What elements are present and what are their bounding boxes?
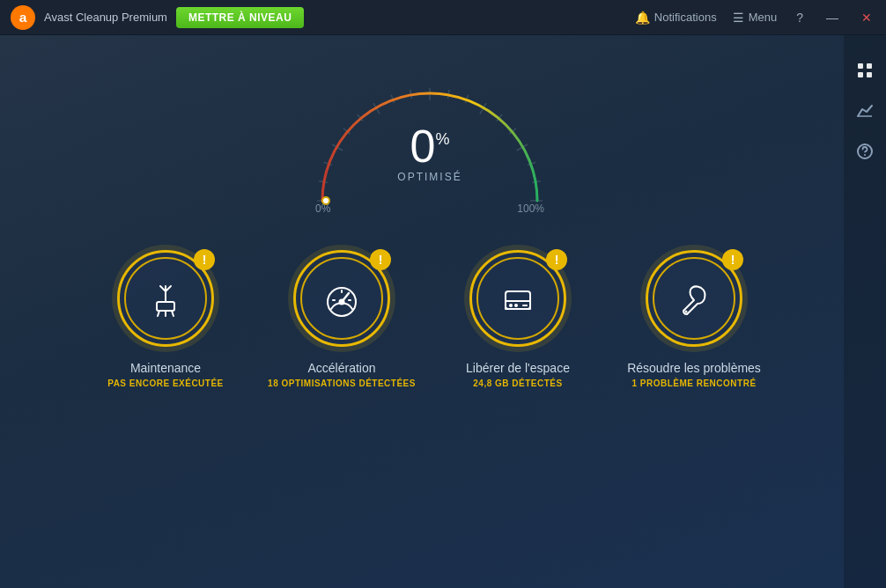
main-content: 0 % OPTIMISÉ 0% 100% xyxy=(0,35,886,588)
harddrive-icon xyxy=(498,279,537,318)
svg-point-49 xyxy=(864,154,866,156)
help-circle-icon xyxy=(856,143,874,160)
svg-rect-25 xyxy=(157,302,174,311)
content-area: 0 % OPTIMISÉ 0% 100% xyxy=(0,35,886,588)
card-liberer[interactable]: ! Libérer de l'espace 24,8 GB DÉTECTÉS xyxy=(443,250,593,388)
grid-icon xyxy=(856,62,874,79)
titlebar-left: a Avast Cleanup Premium METTRE À NIVEAU xyxy=(11,5,304,30)
notifications-button[interactable]: 🔔 Notifications xyxy=(635,11,717,25)
notifications-label: Notifications xyxy=(654,11,717,24)
gauge-center: 0 % OPTIMISÉ xyxy=(397,123,461,183)
minimize-button[interactable]: — xyxy=(823,11,842,25)
card-badge-liberer: ! xyxy=(546,249,567,270)
svg-point-42 xyxy=(685,311,688,313)
card-subtitle-maintenance: PAS ENCORE EXÉCUTÉE xyxy=(107,379,224,388)
titlebar: a Avast Cleanup Premium METTRE À NIVEAU … xyxy=(0,0,886,35)
sidebar-chart-button[interactable] xyxy=(847,93,882,129)
bell-icon: 🔔 xyxy=(635,11,650,25)
card-title-resoudre: Résoudre les problèmes xyxy=(627,361,761,375)
broom-icon xyxy=(146,279,185,318)
gauge-wrap: 0 % OPTIMISÉ xyxy=(306,70,553,211)
svg-point-33 xyxy=(340,300,344,305)
card-circle-resoudre: ! xyxy=(646,250,742,347)
gauge-value: 0 xyxy=(410,123,436,169)
card-circle-inner-liberer xyxy=(476,257,559,340)
avast-logo-icon: a xyxy=(11,5,35,30)
gauge-container: 0 % OPTIMISÉ 0% 100% xyxy=(306,70,553,215)
svg-rect-43 xyxy=(858,63,863,69)
svg-point-40 xyxy=(514,304,518,307)
card-badge-acceleration: ! xyxy=(370,249,391,270)
card-title-maintenance: Maintenance xyxy=(130,361,201,375)
menu-button[interactable]: ☰ Menu xyxy=(733,11,778,25)
card-subtitle-resoudre: 1 PROBLÈME RENCONTRÉ xyxy=(631,379,756,388)
gauge-label: OPTIMISÉ xyxy=(397,171,461,183)
sidebar-grid-button[interactable] xyxy=(847,53,882,88)
titlebar-right: 🔔 Notifications ☰ Menu ? — ✕ xyxy=(635,11,875,25)
wrench-icon xyxy=(675,279,713,318)
svg-point-39 xyxy=(509,304,513,307)
card-circle-inner-resoudre xyxy=(653,257,735,340)
app-title: Avast Cleanup Premium xyxy=(44,11,167,24)
menu-icon: ☰ xyxy=(733,11,744,25)
svg-text:a: a xyxy=(19,9,27,24)
svg-rect-44 xyxy=(867,63,872,69)
svg-rect-46 xyxy=(867,72,872,77)
card-circle-acceleration: ! xyxy=(293,250,390,347)
card-title-acceleration: Accélération xyxy=(307,361,375,375)
card-subtitle-acceleration: 18 OPTIMISATIONS DÉTECTÉES xyxy=(268,379,416,388)
card-maintenance[interactable]: ! Maintenance PAS ENCORE EXÉCUTÉE xyxy=(91,250,240,388)
sidebar xyxy=(844,35,886,588)
card-circle-maintenance: ! xyxy=(117,250,214,347)
card-subtitle-liberer: 24,8 GB DÉTECTÉS xyxy=(473,379,562,388)
chart-icon xyxy=(856,102,874,120)
card-resoudre[interactable]: ! Résoudre les problèmes 1 PROBLÈME RENC… xyxy=(619,250,769,388)
card-circle-liberer: ! xyxy=(469,250,566,347)
card-title-liberer: Libérer de l'espace xyxy=(466,361,570,375)
upgrade-button[interactable]: METTRE À NIVEAU xyxy=(176,7,305,28)
svg-rect-45 xyxy=(858,72,863,77)
card-acceleration[interactable]: ! Accélération 18 OPTIMISATIONS DÉTECTÉE… xyxy=(267,250,417,388)
card-circle-inner-maintenance xyxy=(124,257,207,340)
help-button[interactable]: ? xyxy=(793,11,807,25)
speedometer-icon xyxy=(322,279,361,318)
card-badge-resoudre: ! xyxy=(722,249,743,270)
cards-container: ! Maintenance PAS ENCORE EXÉCUTÉE xyxy=(26,250,833,388)
card-badge-maintenance: ! xyxy=(194,249,215,270)
gauge-percent: % xyxy=(435,130,449,149)
svg-point-22 xyxy=(323,198,329,203)
close-button[interactable]: ✕ xyxy=(858,11,875,25)
menu-label: Menu xyxy=(749,11,778,24)
sidebar-help-button[interactable] xyxy=(847,134,882,169)
card-circle-inner-acceleration xyxy=(300,257,383,340)
